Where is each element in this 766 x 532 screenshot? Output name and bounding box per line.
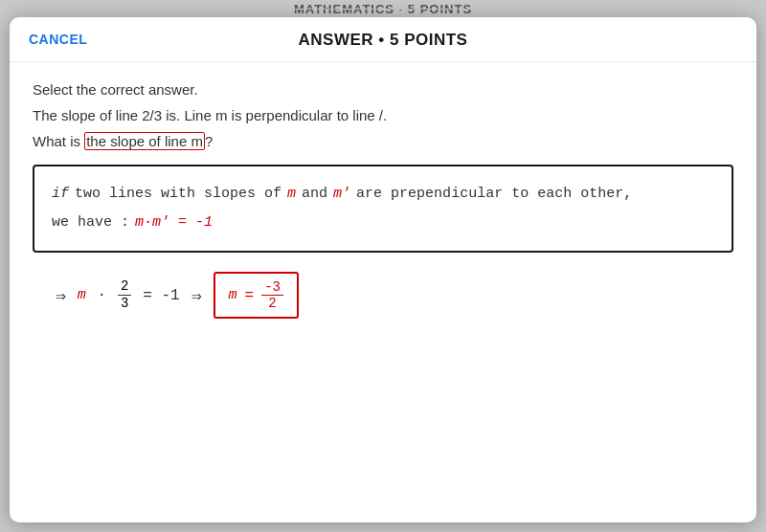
- result-fraction: -3 2: [261, 279, 283, 311]
- solution-fraction: 2 3: [118, 278, 131, 312]
- sol-equals: = -1: [143, 287, 179, 304]
- handwritten-line1: if two lines with slopes of m and m' are…: [52, 180, 714, 209]
- hw-equation: m·m' = -1: [135, 209, 213, 237]
- background-header: MATHEMATICS · 5 POINTS: [0, 0, 766, 17]
- sol-m-var: m: [78, 287, 86, 303]
- result-frac-num: -3: [261, 279, 283, 296]
- result-var: m: [229, 287, 237, 303]
- result-box: m = -3 2: [214, 272, 299, 319]
- implies-arrow2: ⇒: [192, 285, 202, 306]
- modal-title: ANSWER • 5 POINTS: [299, 31, 468, 50]
- modal-container: CANCEL ANSWER • 5 POINTS Select the corr…: [10, 17, 756, 522]
- question-text: What is the slope of line m?: [33, 133, 733, 149]
- modal-body: Select the correct answer. The slope of …: [10, 62, 756, 338]
- problem-text: The slope of line 2/3 is. Line m is perp…: [33, 107, 733, 123]
- implies-arrow: ⇒: [56, 285, 66, 306]
- handwritten-explanation-box: if two lines with slopes of m and m' are…: [33, 165, 733, 253]
- cancel-button[interactable]: CANCEL: [29, 32, 87, 47]
- hw-m: m: [287, 180, 296, 209]
- result-frac-den: 2: [265, 296, 279, 311]
- hw-and: and: [302, 180, 327, 209]
- modal-header: CANCEL ANSWER • 5 POINTS: [10, 17, 756, 62]
- hw-mprime: m': [333, 180, 350, 209]
- hw-we-have: we have :: [52, 209, 129, 237]
- solution-line: ⇒ m · 2 3 = -1 ⇒ m = -3 2: [33, 272, 733, 319]
- hw-two-lines: two lines with slopes of: [75, 180, 282, 209]
- sol-frac-den: 3: [118, 296, 131, 312]
- background-title: MATHEMATICS · 5 POINTS: [294, 2, 472, 16]
- instruction-text: Select the correct answer.: [33, 81, 733, 98]
- sol-frac-num: 2: [118, 278, 131, 296]
- sol-dot: ·: [98, 287, 106, 303]
- hw-are-perpendicular: are prependicular to each other,: [356, 180, 632, 209]
- question-prefix: What is: [33, 133, 84, 149]
- result-equals: =: [245, 287, 255, 304]
- hw-if: if: [52, 180, 69, 209]
- question-highlight: the slope of line m: [84, 132, 205, 150]
- question-suffix: ?: [205, 133, 213, 149]
- handwritten-line2: we have : m·m' = -1: [52, 209, 714, 237]
